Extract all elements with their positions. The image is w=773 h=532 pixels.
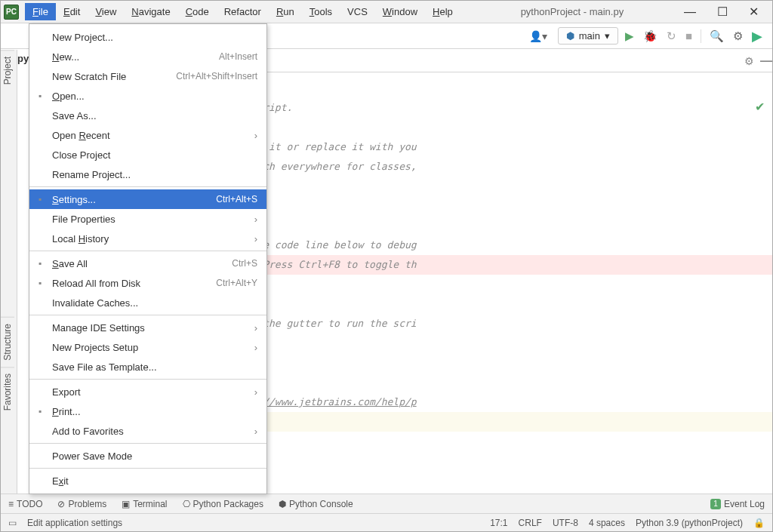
left-tool-strip: Project Structure Favorites [1,50,17,494]
terminal-toolwindow-button[interactable]: ▣Terminal [122,499,167,509]
file-menu-open-recent[interactable]: Open Recent› [29,125,266,145]
status-hint: Edit application settings [27,518,122,528]
stop-button[interactable]: ■ [683,29,694,42]
menu-run[interactable]: Run [269,3,302,20]
run-button[interactable]: ▶ [623,29,636,43]
file-menu-save-as[interactable]: Save As... [29,106,266,125]
todo-toolwindow-button[interactable]: ≡TODO [8,499,42,509]
menu-refactor[interactable]: Refactor [217,3,269,20]
statusbar: ▭ Edit application settings 17:1 CRLF UT… [1,513,772,531]
menu-tools[interactable]: Tools [302,3,340,20]
breadcrumb-gear-icon[interactable]: ⚙ [744,55,754,67]
python-icon: ⬢ [566,30,574,42]
chevron-down-icon: ▾ [605,30,610,42]
file-menu-new-project[interactable]: New Project... [29,27,266,47]
wrench-icon: ▪ [34,193,46,205]
menu-edit[interactable]: Edit [56,3,88,20]
menu-window[interactable]: Window [375,3,425,20]
file-menu-reload-all-from-disk[interactable]: ▪Reload All from DiskCtrl+Alt+Y [29,273,266,293]
file-menu-save-file-as-template[interactable]: Save File as Template... [29,357,266,377]
file-menu-local-history[interactable]: Local History› [29,229,266,248]
caret-position[interactable]: 17:1 [490,518,507,528]
lock-icon[interactable]: 🔒 [753,518,765,528]
menubar: PC FileEditViewNavigateCodeRefactorRunTo… [1,1,772,23]
file-menu-export[interactable]: Export› [29,382,266,401]
bottom-tool-strip: ≡TODO ⊘Problems ▣Terminal ⎔Python Packag… [1,494,772,513]
event-log-button[interactable]: 1Event Log [710,499,765,509]
coverage-button[interactable]: ↻ [664,29,679,43]
console-toolwindow-button[interactable]: ⬢Python Console [279,499,353,509]
file-menu-add-to-favorites[interactable]: Add to Favorites› [29,421,266,441]
minimize-button[interactable]: — [684,5,696,19]
save-all-icon: ▪ [34,257,46,269]
print-icon: ▪ [34,405,46,417]
file-menu-print[interactable]: ▪Print... [29,401,266,421]
file-menu-settings[interactable]: ▪Settings...Ctrl+Alt+S [29,189,266,209]
file-menu-save-all[interactable]: ▪Save AllCtrl+S [29,254,266,273]
run-config-label: main [579,30,600,42]
close-button[interactable]: ✕ [749,5,759,19]
indent-spec[interactable]: 4 spaces [589,518,625,528]
window-controls: — ☐ ✕ [684,5,772,19]
file-menu-rename-project[interactable]: Rename Project... [29,165,266,184]
menu-navigate[interactable]: Navigate [124,3,177,20]
python-interpreter[interactable]: Python 3.9 (pythonProject) [636,518,743,528]
run-config-selector[interactable]: ⬢ main ▾ [558,27,618,45]
structure-toolwindow-button[interactable]: Structure [1,317,14,367]
file-menu-power-save-mode[interactable]: Power Save Mode [29,446,266,466]
line-separator[interactable]: CRLF [519,518,542,528]
file-menu-close-project[interactable]: Close Project [29,145,266,165]
inspection-ok-icon[interactable]: ✔ [755,100,765,114]
file-menu-open[interactable]: ▪Open... [29,86,266,106]
menu-file[interactable]: File [25,3,56,20]
window-title: pythonProject - main.py [460,6,684,17]
folder-open-icon: ▪ [34,90,46,102]
status-hint-icon: ▭ [8,518,17,528]
menu-vcs[interactable]: VCS [340,3,375,20]
project-panel-peek: pyt [17,50,29,494]
file-menu-manage-ide-settings[interactable]: Manage IDE Settings› [29,318,266,337]
file-encoding[interactable]: UTF-8 [553,518,578,528]
execute-icon[interactable]: ▶ [750,28,765,45]
settings-icon[interactable]: ⚙ [731,29,745,43]
file-menu-new-scratch-file[interactable]: New Scratch FileCtrl+Alt+Shift+Insert [29,66,266,86]
file-menu-invalidate-caches[interactable]: Invalidate Caches... [29,293,266,312]
menu-help[interactable]: Help [425,3,460,20]
file-menu-exit[interactable]: Exit [29,471,266,490]
menu-code[interactable]: Code [178,3,217,20]
menu-view[interactable]: View [88,3,124,20]
user-icon[interactable]: 👤▾ [529,30,547,42]
file-menu-new[interactable]: New...Alt+Insert [29,47,266,66]
packages-toolwindow-button[interactable]: ⎔Python Packages [183,499,263,509]
debug-button[interactable]: 🐞 [641,29,660,43]
problems-toolwindow-button[interactable]: ⊘Problems [57,499,106,509]
breadcrumb-collapse-icon[interactable]: — [760,54,772,68]
file-menu-file-properties[interactable]: File Properties› [29,209,266,229]
search-icon[interactable]: 🔍 [707,29,726,43]
project-toolwindow-button[interactable]: Project [1,50,14,91]
app-logo: PC [4,5,19,20]
maximize-button[interactable]: ☐ [717,5,728,19]
file-menu-new-projects-setup[interactable]: New Projects Setup› [29,337,266,357]
reload-icon: ▪ [34,277,46,289]
file-menu-dropdown: New Project...New...Alt+InsertNew Scratc… [29,23,267,494]
favorites-toolwindow-button[interactable]: Favorites [1,367,14,417]
